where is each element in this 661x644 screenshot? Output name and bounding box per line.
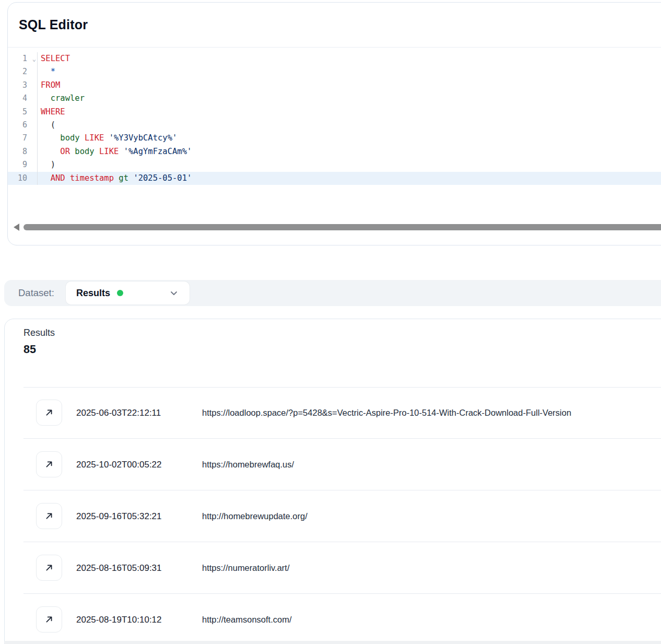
results-list: 2025-06-03T22:12:11 https://loadloop.spa… — [5, 387, 661, 644]
editor-horizontal-scrollbar[interactable] — [8, 224, 661, 230]
open-link-button[interactable] — [36, 606, 62, 633]
scrollbar-thumb[interactable] — [23, 224, 661, 230]
results-header: Results 85 — [5, 319, 661, 387]
open-link-button[interactable] — [36, 503, 62, 529]
code-line[interactable]: 9 ) — [8, 158, 661, 171]
code-text: AND timestamp gt '2025-05-01' — [38, 172, 192, 185]
results-title: Results — [23, 327, 661, 338]
code-text: SELECT — [38, 52, 70, 65]
row-url: https://homebrewfaq.us/ — [202, 439, 660, 490]
code-line[interactable]: 7 body LIKE '%Y3VybCAtcy%' — [8, 132, 661, 145]
status-dot — [117, 290, 123, 296]
dataset-select[interactable]: Results — [66, 282, 190, 305]
line-number: 3 — [8, 79, 38, 92]
result-row: 2025-08-16T05:09:31 https://numeratorliv… — [5, 542, 661, 594]
result-row: 2025-10-02T00:05:22 https://homebrewfaq.… — [5, 439, 661, 490]
row-url: http://homebrewupdate.org/ — [202, 490, 660, 542]
code-text: WHERE — [38, 106, 65, 119]
row-timestamp: 2025-08-16T05:09:31 — [76, 542, 202, 594]
open-link-button[interactable] — [36, 400, 62, 426]
dataset-selected-value: Results — [76, 288, 110, 299]
scroll-left-arrow-icon[interactable] — [14, 224, 19, 231]
code-text: * — [38, 65, 55, 78]
code-line[interactable]: 3FROM — [8, 79, 661, 92]
sql-editor-card: SQL Editor 1⌄SELECT2 *3FROM4 crawler5WHE… — [7, 2, 661, 245]
line-number: 5 — [8, 106, 38, 119]
code-line[interactable]: 1⌄SELECT — [8, 52, 661, 65]
dataset-bar: Dataset: Results — [4, 280, 661, 306]
result-row: 2025-06-03T22:12:11 https://loadloop.spa… — [5, 387, 661, 439]
code-text: OR body LIKE '%AgYmFzaCAm%' — [38, 145, 192, 158]
code-text: ( — [38, 119, 55, 132]
editor-title: SQL Editor — [19, 17, 88, 32]
external-link-icon — [43, 510, 55, 522]
code-line[interactable]: 2 * — [8, 65, 661, 78]
dataset-label: Dataset: — [18, 287, 54, 299]
code-line[interactable]: 4 crawler — [8, 92, 661, 105]
external-link-icon — [43, 614, 55, 625]
external-link-icon — [43, 562, 55, 573]
external-link-icon — [43, 459, 55, 470]
open-link-button[interactable] — [36, 451, 62, 477]
editor-header: SQL Editor — [8, 3, 661, 48]
results-count: 85 — [23, 343, 661, 356]
line-number: 7 — [8, 132, 38, 145]
line-number: 10 — [8, 172, 38, 185]
line-number: 2 — [8, 65, 38, 78]
row-timestamp: 2025-06-03T22:12:11 — [76, 387, 202, 439]
row-url: https://numeratorliv.art/ — [202, 542, 660, 594]
chevron-down-icon — [169, 288, 179, 298]
row-timestamp: 2025-08-19T10:10:12 — [76, 594, 202, 644]
code-line[interactable]: 8 OR body LIKE '%AgYmFzaCAm%' — [8, 145, 661, 158]
code-text: crawler — [38, 92, 85, 105]
external-link-icon — [43, 407, 55, 418]
open-link-button[interactable] — [36, 555, 62, 581]
line-number: 1⌄ — [8, 52, 38, 65]
code-text: body LIKE '%Y3VybCAtcy%' — [38, 132, 177, 145]
row-url: http://teamsonsoft.com/ — [202, 594, 660, 644]
results-card: Results 85 2025-06-03T22:12:11 https://l… — [4, 319, 661, 644]
line-number: 6 — [8, 119, 38, 132]
code-line[interactable]: 6 ( — [8, 119, 661, 132]
code-text: ) — [38, 158, 55, 171]
line-number: 8 — [8, 145, 38, 158]
code-editor[interactable]: 1⌄SELECT2 *3FROM4 crawler5WHERE6 (7 body… — [8, 48, 661, 185]
row-url: https://loadloop.space/?p=5428&s=Vectric… — [202, 387, 660, 439]
code-line[interactable]: 5WHERE — [8, 106, 661, 119]
fold-toggle-icon[interactable]: ⌄ — [32, 53, 36, 66]
row-timestamp: 2025-09-16T05:32:21 — [76, 490, 202, 542]
code-line[interactable]: 10 AND timestamp gt '2025-05-01' — [8, 172, 661, 185]
result-row: 2025-09-16T05:32:21 http://homebrewupdat… — [5, 490, 661, 542]
line-number: 4 — [8, 92, 38, 105]
result-row: 2025-08-19T10:10:12 http://teamsonsoft.c… — [5, 594, 661, 644]
line-number: 9 — [8, 158, 38, 171]
code-text: FROM — [38, 79, 60, 92]
row-timestamp: 2025-10-02T00:05:22 — [76, 439, 202, 490]
results-scrollbar-track[interactable] — [4, 641, 661, 644]
